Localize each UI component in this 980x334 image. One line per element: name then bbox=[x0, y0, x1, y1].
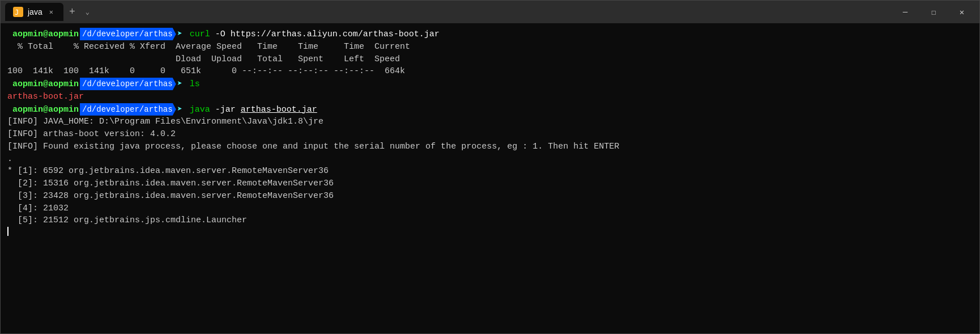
ls-output: arthas-boot.jar bbox=[7, 91, 84, 103]
terminal-line: [INFO] JAVA_HOME: D:\Program Files\Envir… bbox=[7, 116, 973, 128]
command-name: ls bbox=[190, 78, 200, 91]
process-5: [5]: 21512 org.jetbrains.jps.cmdline.Lau… bbox=[7, 214, 247, 227]
command-name: curl bbox=[190, 28, 210, 41]
prompt-path: /d/developer/arthas bbox=[80, 28, 176, 40]
process-2: [2]: 15316 org.jetbrains.idea.maven.serv… bbox=[7, 177, 334, 190]
prompt-user: aopmin@aopmin bbox=[7, 104, 79, 116]
curl-output-subheader: Dload Upload Total Spent Left Speed bbox=[7, 53, 400, 66]
terminal-window: J java ✕ + ⌄ — ☐ ✕ aopmin@aopmin /d/deve… bbox=[0, 0, 980, 334]
tab-close-button[interactable]: ✕ bbox=[47, 7, 56, 18]
prompt-user: aopmin@aopmin bbox=[7, 78, 79, 91]
terminal-line: aopmin@aopmin /d/developer/arthas ➤ curl… bbox=[7, 28, 973, 41]
terminal-line: . bbox=[7, 153, 973, 166]
prompt-user: aopmin@aopmin bbox=[7, 28, 79, 41]
prompt-path: /d/developer/arthas bbox=[80, 103, 176, 116]
prompt-path: /d/developer/arthas bbox=[80, 78, 176, 90]
window-controls: — ☐ ✕ bbox=[892, 3, 979, 21]
process-star: * [1]: 6592 org.jetbrains.idea.maven.ser… bbox=[7, 165, 329, 177]
process-3: [3]: 23428 org.jetbrains.idea.maven.serv… bbox=[7, 190, 334, 202]
close-button[interactable]: ✕ bbox=[949, 3, 975, 21]
minimize-button[interactable]: — bbox=[892, 3, 918, 21]
terminal-line: [5]: 21512 org.jetbrains.jps.cmdline.Lau… bbox=[7, 214, 973, 227]
terminal-line: [3]: 23428 org.jetbrains.idea.maven.serv… bbox=[7, 190, 973, 202]
terminal-line: [INFO] Found existing java process, plea… bbox=[7, 141, 973, 153]
tab-java[interactable]: J java ✕ bbox=[5, 3, 63, 21]
curl-progress: 100 141k 100 141k 0 0 651k 0 --:--:-- --… bbox=[7, 65, 405, 78]
terminal-line: aopmin@aopmin /d/developer/arthas ➤ java… bbox=[7, 103, 973, 116]
titlebar: J java ✕ + ⌄ — ☐ ✕ bbox=[1, 1, 979, 23]
tab-area: J java ✕ + ⌄ bbox=[5, 3, 892, 21]
terminal-line: * [1]: 6592 org.jetbrains.idea.maven.ser… bbox=[7, 165, 973, 177]
prompt-arrow: ➤ bbox=[177, 28, 188, 41]
terminal-line: [INFO] arthas-boot version: 4.0.2 bbox=[7, 128, 973, 141]
terminal-line: arthas-boot.jar bbox=[7, 91, 973, 103]
tab-dropdown-button[interactable]: ⌄ bbox=[81, 6, 94, 19]
info-java-home: [INFO] JAVA_HOME: D:\Program Files\Envir… bbox=[7, 116, 323, 128]
tab-label: java bbox=[28, 7, 42, 16]
prompt-arrow: ➤ bbox=[177, 104, 188, 116]
info-version: [INFO] arthas-boot version: 4.0.2 bbox=[7, 128, 176, 141]
curl-output-header: % Total % Received % Xferd Average Speed… bbox=[7, 41, 410, 53]
terminal-line: aopmin@aopmin /d/developer/arthas ➤ ls bbox=[7, 78, 973, 91]
command-name: java bbox=[190, 104, 210, 116]
terminal-line: [4]: 21032 bbox=[7, 202, 973, 215]
terminal-cursor bbox=[7, 227, 8, 236]
terminal-line: [2]: 15316 org.jetbrains.idea.maven.serv… bbox=[7, 177, 973, 190]
terminal-body[interactable]: aopmin@aopmin /d/developer/arthas ➤ curl… bbox=[1, 23, 979, 333]
info-found-process: [INFO] Found existing java process, plea… bbox=[7, 141, 619, 153]
terminal-line: Dload Upload Total Spent Left Speed bbox=[7, 53, 973, 66]
new-tab-button[interactable]: + bbox=[63, 4, 81, 20]
svg-text:J: J bbox=[15, 9, 19, 16]
dot-line: . bbox=[7, 153, 12, 166]
command-jar-arg: arthas-boot.jar bbox=[241, 104, 317, 116]
linux-icon: J bbox=[13, 7, 23, 17]
terminal-line: 100 141k 100 141k 0 0 651k 0 --:--:-- --… bbox=[7, 65, 973, 78]
command-args: -O https://arthas.aliyun.com/arthas-boot… bbox=[210, 28, 440, 41]
command-args: -jar bbox=[210, 104, 241, 116]
cursor-line bbox=[7, 227, 973, 236]
process-4: [4]: 21032 bbox=[7, 202, 69, 215]
prompt-arrow: ➤ bbox=[177, 78, 188, 91]
maximize-button[interactable]: ☐ bbox=[921, 3, 947, 21]
terminal-line: % Total % Received % Xferd Average Speed… bbox=[7, 41, 973, 53]
